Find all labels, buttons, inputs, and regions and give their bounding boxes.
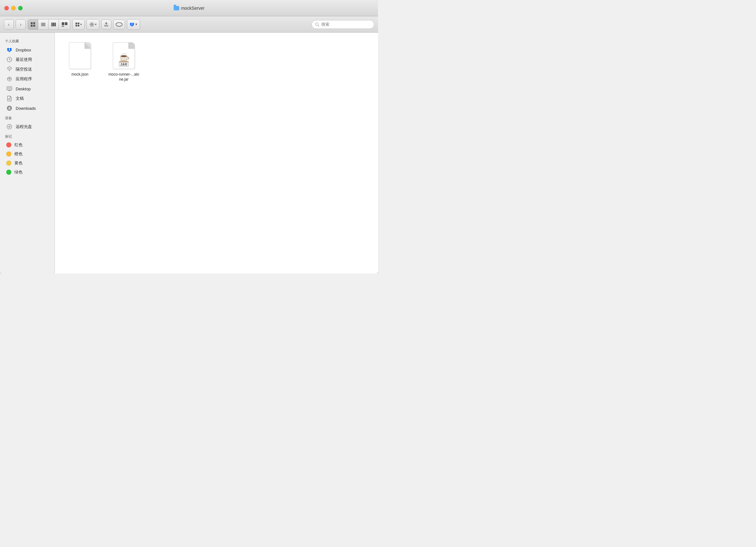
svg-rect-2 — [31, 25, 33, 27]
file-item-moco-runner[interactable]: JAR moco-runner-...alone.jar — [105, 39, 143, 84]
airdrop-icon — [6, 66, 13, 72]
svg-rect-0 — [31, 22, 33, 24]
dropbox-icon — [6, 47, 13, 53]
svg-rect-3 — [33, 25, 35, 27]
svg-rect-13 — [63, 26, 64, 27]
gallery-view-button[interactable] — [59, 19, 70, 29]
sidebar-item-documents-label: 文稿 — [16, 96, 24, 101]
sidebar-item-applications[interactable]: 应用程序 — [1, 74, 53, 84]
tag-button[interactable] — [113, 19, 125, 29]
share-button[interactable] — [101, 19, 111, 29]
view-toggle-group — [28, 19, 71, 30]
tag-red-dot — [6, 142, 11, 147]
jar-label: JAR — [119, 62, 129, 67]
sidebar-item-dropbox[interactable]: Dropbox — [1, 45, 53, 55]
remote-disc-icon — [6, 124, 13, 130]
svg-rect-16 — [76, 24, 77, 26]
coffee-cup-area — [117, 50, 130, 64]
svg-point-18 — [91, 24, 93, 25]
sidebar-item-tag-red[interactable]: 红色 — [1, 140, 53, 149]
sidebar-item-tag-yellow[interactable]: 黄色 — [1, 159, 53, 167]
sidebar-item-applications-label: 应用程序 — [16, 76, 32, 82]
sidebar-item-airdrop[interactable]: 隔空投送 — [1, 65, 53, 74]
back-button[interactable]: ‹ — [4, 19, 14, 29]
desktop-icon — [6, 86, 13, 92]
svg-point-22 — [9, 70, 10, 71]
sidebar-section-tags: 标记 — [0, 132, 55, 140]
svg-rect-1 — [33, 22, 35, 24]
titlebar: mockServer — [0, 0, 378, 16]
maximize-button[interactable] — [18, 6, 23, 10]
sidebar: 个人收藏 Dropbox — [0, 33, 55, 274]
svg-rect-14 — [76, 22, 77, 24]
close-button[interactable] — [4, 6, 9, 10]
svg-rect-11 — [65, 22, 67, 25]
svg-point-26 — [7, 124, 12, 129]
icon-view-button[interactable] — [28, 19, 38, 29]
applications-icon — [6, 76, 13, 82]
list-view-button[interactable] — [38, 19, 49, 29]
svg-rect-10 — [62, 22, 64, 25]
svg-point-30 — [121, 55, 127, 57]
traffic-lights — [4, 6, 23, 10]
sidebar-item-desktop[interactable]: Desktop — [1, 84, 53, 93]
svg-rect-17 — [78, 24, 79, 26]
moco-runner-name: moco-runner-...alone.jar — [108, 72, 140, 82]
sidebar-item-airdrop-label: 隔空投送 — [16, 66, 32, 72]
sidebar-item-tag-yellow-label: 黄色 — [14, 160, 23, 166]
sidebar-item-recents[interactable]: 最近使用 — [1, 55, 53, 64]
sidebar-item-tag-green[interactable]: 绿色 — [1, 168, 53, 176]
svg-rect-9 — [55, 23, 56, 26]
column-view-button[interactable] — [49, 19, 59, 29]
mock-json-name: mock.json — [71, 72, 88, 77]
svg-rect-7 — [51, 23, 53, 26]
svg-rect-12 — [62, 26, 63, 27]
dropbox-button[interactable]: ▾ — [127, 19, 140, 29]
svg-rect-24 — [7, 87, 12, 89]
moco-runner-icon: JAR — [113, 42, 135, 69]
documents-icon — [6, 95, 13, 102]
svg-rect-5 — [41, 24, 45, 25]
toolbar: ‹ › — [0, 16, 378, 33]
sidebar-item-recents-label: 最近使用 — [16, 57, 32, 62]
sidebar-section-devices: 设备 — [0, 113, 55, 122]
title-text: mockServer — [181, 6, 205, 11]
gear-button[interactable]: ▾ — [87, 19, 99, 29]
recents-icon — [6, 56, 13, 63]
svg-rect-6 — [41, 25, 45, 26]
sidebar-item-tag-red-label: 红色 — [14, 142, 23, 148]
tag-yellow-dot — [6, 160, 11, 166]
folder-icon — [174, 6, 179, 10]
sidebar-section-favorites: 个人收藏 — [0, 36, 55, 45]
svg-rect-8 — [53, 23, 54, 26]
view-dropdown-button[interactable]: ▾ — [73, 19, 84, 29]
forward-button[interactable]: › — [16, 19, 26, 29]
sidebar-item-tag-orange[interactable]: 橙色 — [1, 150, 53, 158]
minimize-button[interactable] — [11, 6, 16, 10]
sidebar-item-tag-orange-label: 橙色 — [14, 151, 23, 157]
window-title: mockServer — [174, 6, 205, 11]
sidebar-item-remote-disc[interactable]: 远程光盘 — [1, 122, 53, 131]
sidebar-item-tag-green-label: 绿色 — [14, 169, 23, 175]
sidebar-item-desktop-label: Desktop — [16, 87, 31, 91]
search-box[interactable] — [312, 20, 374, 29]
sidebar-item-documents[interactable]: 文稿 — [1, 94, 53, 103]
svg-point-19 — [116, 23, 122, 26]
mock-json-icon-container — [67, 41, 92, 70]
tag-orange-dot — [6, 151, 11, 156]
sidebar-item-remote-disc-label: 远程光盘 — [16, 124, 32, 129]
finder-window: mockServer ‹ › — [0, 0, 378, 274]
file-area: mock.json — [55, 33, 378, 274]
search-input[interactable] — [321, 22, 365, 27]
moco-runner-icon-container: JAR — [111, 41, 136, 70]
dropbox-group: ▾ — [127, 19, 140, 30]
downloads-icon — [6, 105, 13, 111]
sidebar-item-downloads-label: Downloads — [16, 106, 36, 111]
main-content: 个人收藏 Dropbox — [0, 33, 378, 274]
sidebar-item-downloads[interactable]: Downloads — [1, 103, 53, 113]
file-item-mock-json[interactable]: mock.json — [61, 39, 99, 84]
sidebar-item-dropbox-label: Dropbox — [16, 48, 31, 52]
actions-group: ▾ — [87, 19, 99, 30]
mock-json-icon — [69, 42, 91, 69]
svg-point-27 — [9, 126, 10, 128]
